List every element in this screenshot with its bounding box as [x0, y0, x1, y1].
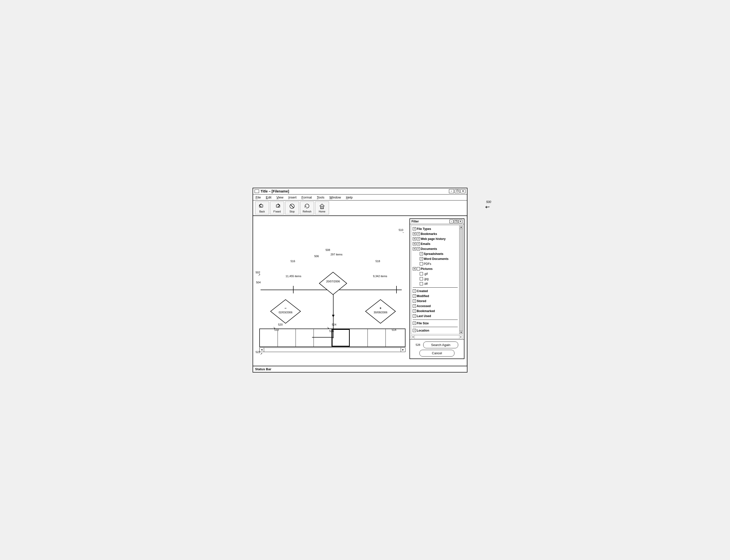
filter-hscrollbar[interactable]: ◄ ► — [411, 335, 463, 339]
svg-text:30/08/2006: 30/08/2006 — [374, 311, 387, 314]
documents-expand[interactable]: + — [413, 247, 416, 250]
arrow-502: ↗ — [258, 273, 260, 277]
right-diamond-container: + 30/08/2006 — [364, 298, 397, 325]
emails-checkbox[interactable]: √ — [417, 242, 420, 245]
menu-insert[interactable]: Insert — [288, 195, 297, 200]
restore-button[interactable]: ❐ — [455, 189, 460, 193]
menu-view[interactable]: View — [276, 195, 284, 200]
created-checkbox[interactable]: √ — [413, 289, 416, 293]
item-cell-3[interactable] — [296, 329, 314, 347]
documents-label: Documents — [421, 247, 437, 251]
filter-scroll-left[interactable]: ◄ — [411, 335, 415, 339]
filter-panel-area: 510 → Filter – ❐ ✕ — [407, 216, 467, 366]
minimize-button[interactable]: – — [449, 189, 454, 193]
ref-506: 506 — [314, 255, 319, 258]
filter-gif: .gif — [413, 271, 458, 276]
center-diamond: 20/07/2006 — [318, 271, 348, 296]
bookmarked-label: Bookmarked — [417, 309, 435, 313]
filter-items-container: √ File Types + √ Bookmarks — [411, 225, 459, 334]
main-area: 502 ↗ 504 20/07/2006 506 — [253, 216, 467, 366]
filter-scroll-down[interactable]: ▼ — [460, 331, 463, 334]
menu-window[interactable]: Window — [329, 195, 341, 200]
filter-spreadsheets: √ Spreadsheets — [413, 251, 458, 256]
filter-scroll-right[interactable]: ► — [459, 335, 463, 339]
item-cell-4[interactable] — [314, 329, 332, 347]
worddocs-checkbox[interactable]: √ — [420, 257, 423, 260]
filetypes-label: File Types — [417, 227, 431, 231]
item-cell-selected[interactable] — [332, 329, 350, 347]
webhistory-expand[interactable]: + — [413, 237, 416, 240]
accessed-checkbox[interactable]: √ — [413, 304, 416, 308]
bookmarked-checkbox[interactable]: √ — [413, 309, 416, 313]
menu-file[interactable]: File — [255, 195, 261, 200]
webhistory-checkbox[interactable]: √ — [417, 237, 420, 240]
bookmarks-checkbox[interactable]: √ — [417, 232, 420, 235]
close-button[interactable]: ✕ — [461, 189, 466, 193]
filter-title-controls: – ❐ ✕ — [450, 220, 463, 223]
gif-checkbox[interactable] — [420, 272, 423, 275]
stop-button[interactable]: Stop — [285, 201, 299, 214]
ref-518: 518 — [376, 260, 380, 263]
home-button[interactable]: Home — [315, 201, 329, 214]
ref-500: 500 — [486, 200, 491, 204]
item-cell-2[interactable] — [278, 329, 296, 347]
filter-close-button[interactable]: ✕ — [459, 220, 463, 223]
tiff-checkbox[interactable] — [420, 282, 423, 285]
pdfs-label: PDFs — [424, 262, 431, 266]
filter-restore-button[interactable]: ❐ — [454, 220, 458, 223]
filter-location: √ Location — [413, 328, 458, 333]
cancel-button[interactable]: Cancel — [420, 350, 455, 357]
pdfs-checkbox[interactable] — [420, 262, 423, 265]
refresh-button[interactable]: Refresh — [300, 201, 314, 214]
tick-right — [396, 286, 397, 293]
emails-expand[interactable]: + — [413, 242, 416, 245]
filter-scroll-content[interactable]: √ File Types + √ Bookmarks — [411, 225, 463, 334]
filter-filesize: √ File Size — [413, 321, 458, 326]
emails-label: Emails — [421, 242, 431, 246]
left-diamond-container: – 02/03/2006 — [269, 298, 302, 325]
menu-tools[interactable]: Tools — [316, 195, 325, 200]
tiff-label: .tiff — [424, 282, 428, 286]
filesize-checkbox[interactable]: √ — [413, 322, 416, 325]
refresh-label: Refresh — [302, 210, 311, 213]
filter-minimize-button[interactable]: – — [450, 220, 454, 223]
pictures-expand[interactable]: + — [413, 267, 416, 270]
stored-checkbox[interactable]: √ — [413, 299, 416, 303]
scroll-left-arrow[interactable]: ◄ — [259, 348, 264, 352]
svg-text:–: – — [284, 306, 286, 310]
pictures-checkbox[interactable] — [417, 267, 420, 270]
filter-scroll-up[interactable]: ▲ — [460, 225, 463, 229]
location-checkbox[interactable]: √ — [413, 329, 416, 332]
filter-title: Filter — [412, 220, 419, 223]
filetypes-checkbox[interactable]: √ — [413, 227, 416, 230]
ref-528: 528 — [416, 343, 420, 346]
filter-pdfs: PDFs — [413, 261, 458, 266]
filter-webhistory: + √ Web page history — [413, 236, 458, 241]
menu-edit[interactable]: Edit — [265, 195, 272, 200]
accessed-label: Accessed — [417, 304, 431, 308]
lastused-checkbox[interactable]: √ — [413, 314, 416, 318]
documents-checkbox[interactable]: √ — [417, 247, 420, 250]
scroll-right-arrow[interactable]: ► — [401, 348, 405, 352]
item-cell-6[interactable] — [368, 329, 386, 347]
modified-checkbox[interactable]: √ — [413, 294, 416, 298]
bookmarks-expand[interactable]: + — [413, 232, 416, 235]
search-again-button[interactable]: Search Again — [423, 342, 458, 348]
ref-520: 520 — [278, 323, 282, 326]
filter-scroll-thumb — [460, 229, 463, 331]
home-label: Home — [319, 210, 325, 213]
forward-button[interactable]: F'ward — [270, 201, 284, 214]
filter-scrollbar[interactable]: ▲ ▼ — [459, 225, 463, 334]
menu-format[interactable]: Format — [301, 195, 312, 200]
item-cell-1[interactable] — [260, 329, 278, 347]
filter-lastused: √ Last Used — [413, 314, 458, 319]
spreadsheets-checkbox[interactable]: √ — [420, 252, 423, 255]
menu-help[interactable]: Help — [345, 195, 353, 200]
item-cell-7[interactable] — [386, 329, 404, 347]
item-cell-5[interactable] — [350, 329, 368, 347]
filter-pictures: + Pictures — [413, 266, 458, 271]
refresh-icon — [303, 203, 310, 210]
items-scrollbar[interactable]: ◄ ► — [259, 348, 406, 352]
jpg-checkbox[interactable] — [420, 277, 423, 280]
back-button[interactable]: Back — [255, 201, 269, 214]
